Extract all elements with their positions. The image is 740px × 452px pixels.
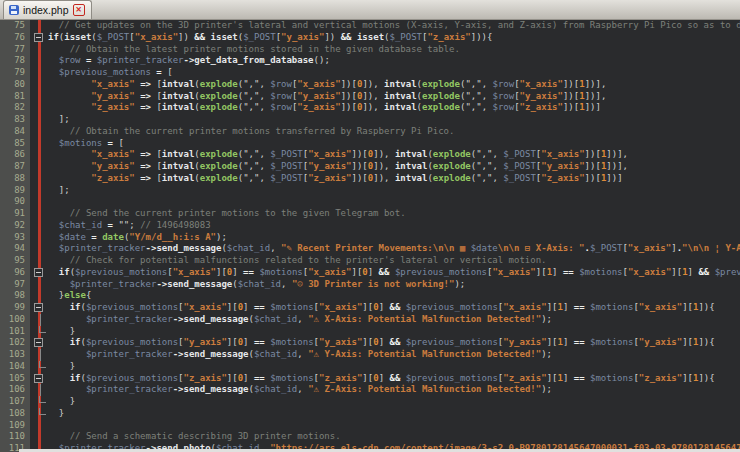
line-number: 100 — [0, 314, 30, 326]
code-lines: 75// Get updates on the 3D printer's lat… — [0, 20, 740, 452]
code-line: $chat_id = ""; // 1496498083 — [48, 220, 211, 232]
fold-collapse-icon[interactable] — [34, 33, 43, 42]
editor-row: 98}else{ — [0, 290, 740, 302]
editor-row: 95// Check for potential malfunctions re… — [0, 255, 740, 267]
editor-row: 85$motions = [ — [0, 138, 740, 150]
editor-row: 97$printer_tracker->send_message($chat_i… — [0, 279, 740, 291]
code-line: // Obtain the latest printer motions sto… — [48, 44, 460, 56]
editor-row: 90 — [0, 196, 740, 208]
code-line: // Send a schematic describing 3D printe… — [48, 431, 341, 443]
code-line: // Get updates on the 3D printer's later… — [48, 20, 740, 32]
line-number: 96 — [0, 267, 30, 279]
fold-collapse-icon[interactable] — [34, 303, 43, 312]
code-line: if($previous_motions["z_axis"][0] == $mo… — [48, 373, 715, 385]
tab-bar: index.php ✕ — [0, 0, 740, 20]
line-number: 76 — [0, 32, 30, 44]
code-line: "z_axis" => [intval(explode(",", $row["z… — [48, 102, 601, 114]
editor-row: 101} — [0, 326, 740, 338]
code-line: if(isset($_POST["x_axis"]) && isset($_PO… — [48, 32, 492, 44]
code-line: ]; — [48, 185, 70, 197]
editor-row: 100$printer_tracker->send_message($chat_… — [0, 314, 740, 326]
code-line: ]; — [48, 114, 70, 126]
fold-tail-icon — [39, 396, 46, 403]
line-number: 88 — [0, 173, 30, 185]
editor-row: 81"y_axis" => [intval(explode(",", $row[… — [0, 91, 740, 103]
editor-row: 89]; — [0, 185, 740, 197]
fold-collapse-icon[interactable] — [34, 338, 43, 347]
code-line: $row = $printer_tracker->get_data_from_d… — [48, 55, 330, 67]
line-number: 103 — [0, 349, 30, 361]
code-editor[interactable]: 75// Get updates on the 3D printer's lat… — [0, 20, 740, 452]
notepad-plus-plus-window: index.php ✕ 75// Get updates on the 3D p… — [0, 0, 740, 452]
code-line: } — [48, 408, 64, 420]
line-number: 85 — [0, 138, 30, 150]
line-number: 80 — [0, 79, 30, 91]
line-number: 99 — [0, 302, 30, 314]
editor-row: 102if($previous_motions["y_axis"][0] == … — [0, 337, 740, 349]
fold-margin[interactable] — [30, 32, 48, 44]
fold-margin[interactable] — [30, 302, 48, 314]
fold-tail-icon — [39, 361, 46, 368]
line-number: 106 — [0, 384, 30, 396]
editor-row: 78$row = $printer_tracker->get_data_from… — [0, 55, 740, 67]
fold-collapse-icon[interactable] — [34, 268, 43, 277]
line-number: 107 — [0, 396, 30, 408]
code-line: if($previous_motions["y_axis"][0] == $mo… — [48, 337, 715, 349]
fold-tail-icon — [39, 326, 46, 333]
line-number: 94 — [0, 243, 30, 255]
line-number: 77 — [0, 44, 30, 56]
line-number: 81 — [0, 91, 30, 103]
editor-row: 94$printer_tracker->send_message($chat_i… — [0, 243, 740, 255]
line-number: 98 — [0, 290, 30, 302]
editor-row: 108} — [0, 408, 740, 420]
editor-row: 104} — [0, 361, 740, 373]
saved-file-icon — [9, 5, 19, 15]
editor-row: 109 — [0, 420, 740, 432]
line-number: 91 — [0, 208, 30, 220]
editor-row: 88"z_axis" => [intval(explode(",", $_POS… — [0, 173, 740, 185]
code-line: $previous_motions = [ — [48, 67, 173, 79]
code-line: $printer_tracker->send_message($chat_id,… — [48, 243, 740, 255]
fold-margin[interactable] — [30, 373, 48, 385]
code-line: // Obtain the current printer motions tr… — [48, 126, 454, 138]
code-line: $printer_tracker->send_message($chat_id,… — [48, 314, 552, 326]
editor-row: 80"x_axis" => [intval(explode(",", $row[… — [0, 79, 740, 91]
editor-row: 96if($previous_motions["x_axis"][0] == $… — [0, 267, 740, 279]
editor-row: 106$printer_tracker->send_message($chat_… — [0, 384, 740, 396]
code-line: "y_axis" => [intval(explode(",", $row["y… — [48, 91, 606, 103]
code-line: } — [48, 361, 75, 373]
fold-collapse-icon[interactable] — [34, 374, 43, 383]
editor-row: 103$printer_tracker->send_message($chat_… — [0, 349, 740, 361]
code-line: // Send the current printer motions to t… — [48, 208, 406, 220]
editor-row: 79$previous_motions = [ — [0, 67, 740, 79]
line-number: 75 — [0, 20, 30, 32]
close-icon[interactable]: ✕ — [73, 4, 85, 16]
fold-margin[interactable] — [30, 267, 48, 279]
code-line: } — [48, 396, 75, 408]
code-line: } — [48, 326, 75, 338]
line-number: 83 — [0, 114, 30, 126]
code-line: }else{ — [48, 290, 91, 302]
line-number: 89 — [0, 185, 30, 197]
code-line: if($previous_motions["x_axis"][0] == $mo… — [48, 302, 715, 314]
fold-margin[interactable] — [30, 337, 48, 349]
editor-row: 75// Get updates on the 3D printer's lat… — [0, 20, 740, 32]
code-line: $printer_tracker->send_message($chat_id,… — [48, 279, 465, 291]
line-number: 84 — [0, 126, 30, 138]
line-number: 101 — [0, 326, 30, 338]
code-line: if($previous_motions["x_axis"][0] == $mo… — [48, 267, 740, 279]
code-line: $motions = [ — [48, 138, 124, 150]
line-number: 109 — [0, 420, 30, 432]
tab-index-php[interactable]: index.php ✕ — [3, 0, 92, 19]
line-number: 87 — [0, 161, 30, 173]
line-number: 92 — [0, 220, 30, 232]
fold-connector-line — [40, 384, 41, 396]
code-line: $date = date("Y/m/d__h:i:s A"); — [48, 232, 227, 244]
editor-row: 99if($previous_motions["x_axis"][0] == $… — [0, 302, 740, 314]
editor-row: 107} — [0, 396, 740, 408]
editor-row: 93$date = date("Y/m/d__h:i:s A"); — [0, 232, 740, 244]
editor-row: 84// Obtain the current printer motions … — [0, 126, 740, 138]
code-line: "x_axis" => [intval(explode(",", $row["x… — [48, 79, 606, 91]
line-number: 102 — [0, 337, 30, 349]
editor-row: 77// Obtain the latest printer motions s… — [0, 44, 740, 56]
